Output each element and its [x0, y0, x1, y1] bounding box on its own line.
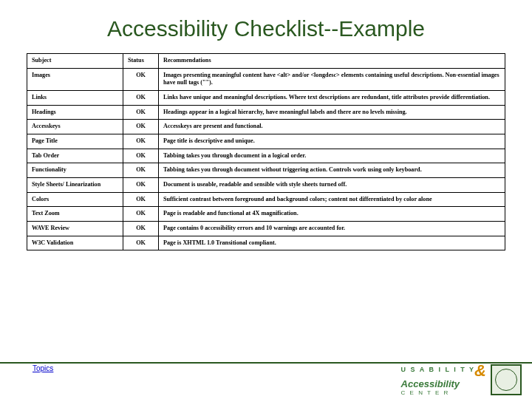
cell-recommendation: Page is readable and functional at 4X ma… — [159, 207, 505, 222]
cell-recommendation: Document is useable, readable and sensib… — [159, 177, 505, 192]
table-row: LinksOKLinks have unique and meaningful … — [27, 90, 505, 105]
table-row: ImagesOKImages presenting meaningful con… — [27, 68, 505, 90]
logo-ampersand: & — [474, 363, 486, 379]
cell-subject: Page Title — [27, 134, 123, 149]
cell-status: OK — [123, 236, 159, 250]
cell-recommendation: Headings appear in a logical hierarchy, … — [159, 105, 505, 120]
table-row: WAVE ReviewOKPage contains 0 accessibili… — [27, 221, 505, 236]
cell-subject: Headings — [27, 105, 123, 120]
logo-accessibility-text: Accessibility — [401, 378, 460, 389]
header-status: Status — [123, 54, 159, 69]
cell-subject: Accesskeys — [27, 120, 123, 134]
cell-subject: Tab Order — [27, 149, 123, 163]
cell-subject: W3C Validation — [27, 236, 123, 250]
table-row: Page TitleOKPage title is descriptive an… — [27, 134, 505, 149]
cell-subject: Images — [27, 68, 123, 90]
cell-subject: Text Zoom — [27, 207, 123, 222]
table-row: FunctionalityOKTabbing takes you through… — [27, 163, 505, 178]
cell-recommendation: Page title is descriptive and unique. — [159, 134, 505, 149]
cell-recommendation: Tabbing takes you through document witho… — [159, 163, 505, 178]
table-header-row: Subject Status Recommendations — [27, 54, 505, 69]
cell-recommendation: Images presenting meaningful content hav… — [159, 68, 505, 90]
cell-status: OK — [123, 120, 159, 134]
cell-recommendation: Accesskeys are present and functional. — [159, 120, 505, 134]
table-row: W3C ValidationOKPage is XHTML 1.0 Transi… — [27, 236, 505, 250]
table-row: ColorsOKSufficient contrast between fore… — [27, 192, 505, 207]
cell-status: OK — [123, 177, 159, 192]
header-recommendations: Recommendations — [159, 54, 505, 69]
cell-subject: Functionality — [27, 163, 123, 178]
cell-recommendation: Sufficient contrast between foreground a… — [159, 192, 505, 207]
cell-status: OK — [123, 163, 159, 178]
cell-recommendation: Tabbing takes you through document in a … — [159, 149, 505, 163]
page-title: Accessibility Checklist--Example — [0, 16, 532, 41]
cell-status: OK — [123, 207, 159, 222]
cell-recommendation: Page contains 0 accessibility errors and… — [159, 221, 505, 236]
table-row: AccesskeysOKAccesskeys are present and f… — [27, 120, 505, 134]
cell-status: OK — [123, 134, 159, 149]
logo-center-text: C E N T E R — [401, 389, 450, 396]
table-row: Tab OrderOKTabbing takes you through doc… — [27, 149, 505, 163]
cell-subject: WAVE Review — [27, 221, 123, 236]
cell-status: OK — [123, 192, 159, 207]
cell-recommendation: Page is XHTML 1.0 Transitional compliant… — [159, 236, 505, 250]
cell-subject: Colors — [27, 192, 123, 207]
checklist-table: Subject Status Recommendations ImagesOKI… — [27, 53, 505, 250]
table-row: Text ZoomOKPage is readable and function… — [27, 207, 505, 222]
footer-logo-block: U S A B I L I T Y& Accessibility C E N T… — [401, 363, 522, 396]
footer-bar: U S A B I L I T Y& Accessibility C E N T… — [0, 362, 532, 399]
cell-subject: Style Sheets/ Linearization — [27, 177, 123, 192]
cell-status: OK — [123, 68, 159, 90]
cell-status: OK — [123, 90, 159, 105]
cell-status: OK — [123, 149, 159, 163]
accessibility-center-logo: U S A B I L I T Y& Accessibility C E N T… — [401, 363, 485, 396]
cell-status: OK — [123, 221, 159, 236]
table-row: HeadingsOKHeadings appear in a logical h… — [27, 105, 505, 120]
cell-status: OK — [123, 105, 159, 120]
table-row: Style Sheets/ LinearizationOKDocument is… — [27, 177, 505, 192]
university-seal-icon — [491, 364, 522, 395]
cell-recommendation: Links have unique and meaningful descrip… — [159, 90, 505, 105]
cell-subject: Links — [27, 90, 123, 105]
logo-usability-text: U S A B I L I T Y — [401, 366, 476, 373]
header-subject: Subject — [27, 54, 123, 69]
